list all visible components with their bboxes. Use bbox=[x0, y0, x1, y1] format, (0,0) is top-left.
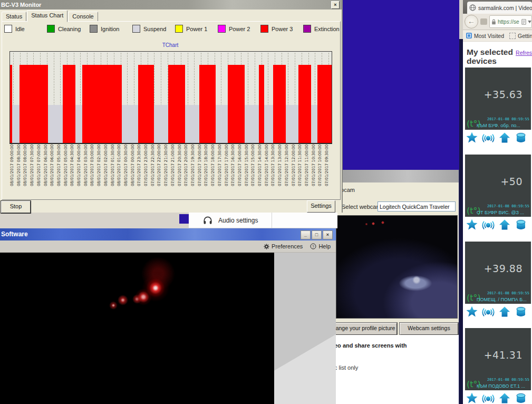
x-axis-tick-label: 07/01/2017 22:30:00 bbox=[150, 145, 157, 195]
change-profile-picture-button[interactable]: ange your profile picture bbox=[334, 323, 397, 335]
chart-gridline bbox=[161, 53, 161, 106]
getting-started-icon bbox=[509, 33, 516, 39]
device-label: ПОМЕЩ. / ПОМПА Б... bbox=[477, 297, 530, 302]
x-axis-tick-label: 08/01/2017 05:30:00 bbox=[56, 145, 63, 195]
storage-cylinder-icon[interactable] bbox=[515, 305, 527, 318]
contact-list-option[interactable]: c list only bbox=[334, 364, 358, 371]
x-axis-tick-label: 07/01/2017 23:00:00 bbox=[143, 145, 150, 195]
x-axis-tick-label: 08/01/2017 00:00:00 bbox=[130, 145, 137, 195]
legend-color-swatch bbox=[47, 25, 55, 33]
tab-status-chart[interactable]: Status Chart bbox=[27, 10, 67, 22]
favorite-star-icon[interactable] bbox=[466, 305, 478, 318]
bookmarks-bar: Most Visited Getting Start bbox=[463, 30, 532, 42]
desktop-gap bbox=[179, 214, 189, 224]
software-window-titlebar[interactable]: Software bbox=[0, 228, 336, 241]
x-axis-tick-label: 07/01/2017 20:30:00 bbox=[177, 145, 184, 195]
x-axis-tick-label: 08/01/2017 03:00:00 bbox=[90, 145, 96, 195]
preferences-menu[interactable]: Preferences bbox=[264, 243, 303, 249]
x-axis-tick-label: 07/01/2017 12:00:00 bbox=[291, 145, 298, 195]
tab-console[interactable]: Console bbox=[68, 12, 98, 22]
x-axis-tick-label: 07/01/2017 21:30:00 bbox=[163, 145, 170, 195]
legend-label: Power 2 bbox=[229, 26, 250, 32]
stop-button[interactable]: Stop bbox=[1, 201, 31, 213]
device-action-icons bbox=[466, 305, 527, 319]
legend-label: Power 1 bbox=[186, 26, 207, 32]
broadcast-icon[interactable] bbox=[482, 305, 495, 318]
legend-label: Idle bbox=[15, 26, 25, 32]
most-visited-icon bbox=[466, 33, 472, 39]
settings-button[interactable]: Settings bbox=[307, 200, 335, 213]
x-axis-tick-label: 07/01/2017 18:00:00 bbox=[210, 145, 217, 195]
chart-gridline bbox=[134, 53, 134, 106]
share-settings-panel: eo and share screens with c list only bbox=[332, 335, 459, 404]
reader-mode-icon[interactable] bbox=[521, 19, 526, 25]
close-icon[interactable]: × bbox=[323, 230, 333, 239]
minimize-icon[interactable]: _ bbox=[301, 230, 311, 239]
legend-item-suspend: Suspend bbox=[132, 25, 175, 33]
legend-label: Suspend bbox=[143, 26, 166, 32]
webcam-select-dropdown[interactable]: Logitech QuickCam Traveler bbox=[378, 201, 456, 211]
legend-label: Cleaning bbox=[58, 26, 81, 32]
upload-arrow-icon[interactable] bbox=[498, 131, 511, 144]
close-icon[interactable]: × bbox=[331, 1, 340, 9]
software-window-title: Software bbox=[1, 230, 28, 238]
browser-tab-title: sarmalink.com | Video and bbox=[478, 5, 532, 11]
upload-arrow-icon[interactable] bbox=[498, 392, 511, 404]
dropdown-caret-icon[interactable] bbox=[528, 21, 531, 23]
chart-gridline bbox=[154, 53, 154, 106]
bookmark-getting-started[interactable]: Getting Start bbox=[518, 33, 532, 39]
x-axis-tick-label: 07/01/2017 21:00:00 bbox=[170, 145, 177, 195]
refresh-link[interactable]: Refres bbox=[516, 50, 532, 56]
status-chart-plot bbox=[9, 51, 332, 144]
webcam-window-titlebar[interactable] bbox=[332, 170, 459, 182]
address-bar[interactable]: https://se bbox=[489, 15, 532, 28]
x-axis-tick-label: 07/01/2017 13:30:00 bbox=[270, 145, 277, 195]
storage-cylinder-icon[interactable] bbox=[515, 392, 527, 404]
power3-bar bbox=[199, 65, 216, 143]
monitor-window-titlebar[interactable]: BC-V3 Monitor bbox=[0, 0, 342, 9]
webcam-settings-button[interactable]: Webcam settings bbox=[400, 323, 458, 335]
legend-label: Power 3 bbox=[272, 26, 293, 32]
headphones-icon bbox=[202, 215, 213, 226]
upload-arrow-icon[interactable] bbox=[498, 218, 511, 231]
device-timestamp: 2017-01-08 08:59:55 bbox=[487, 291, 529, 295]
desktop: ebcam Select webcam: Logitech QuickCam T… bbox=[0, 0, 532, 404]
broadcast-icon[interactable] bbox=[482, 392, 495, 404]
device-label: КЪМ БУФ. обр. по... bbox=[477, 123, 530, 128]
broadcast-icon[interactable] bbox=[482, 218, 495, 231]
device-action-icons bbox=[466, 131, 527, 145]
gear-icon bbox=[264, 244, 269, 249]
favorite-star-icon[interactable] bbox=[466, 131, 478, 144]
chart-gridline bbox=[60, 53, 61, 106]
broadcast-icon[interactable] bbox=[482, 131, 495, 144]
storage-cylinder-icon[interactable] bbox=[515, 131, 527, 144]
background-strip bbox=[0, 213, 189, 228]
webcam-settings-window: ebcam Select webcam: Logitech QuickCam T… bbox=[332, 170, 460, 404]
power3-bar bbox=[168, 65, 185, 143]
x-axis-tick-label: 08/01/2017 07:30:00 bbox=[30, 145, 36, 195]
help-menu[interactable]: ? Help bbox=[310, 243, 331, 249]
legend-color-swatch bbox=[4, 25, 12, 33]
favorite-star-icon[interactable] bbox=[466, 218, 478, 231]
upload-arrow-icon[interactable] bbox=[498, 305, 511, 318]
power3-bar bbox=[20, 65, 48, 143]
x-axis-tick-label: 08/01/2017 01:30:00 bbox=[110, 145, 117, 195]
x-axis-tick-label: 07/01/2017 19:30:00 bbox=[190, 145, 197, 195]
power3-bar bbox=[138, 65, 153, 143]
power3-bar bbox=[273, 65, 286, 143]
tab-status[interactable]: Status bbox=[2, 12, 26, 22]
bookmark-most-visited[interactable]: Most Visited bbox=[474, 33, 504, 39]
device-timestamp: 2017-01-08 08:59:55 bbox=[487, 204, 529, 208]
x-axis-tick-label: 07/01/2017 10:00:00 bbox=[317, 145, 324, 195]
power3-bar bbox=[10, 65, 12, 143]
favorite-star-icon[interactable] bbox=[466, 392, 478, 404]
browser-tab[interactable]: sarmalink.com | Video and bbox=[467, 2, 532, 14]
maximize-icon[interactable]: □ bbox=[312, 230, 322, 239]
audio-settings-bar[interactable]: Audio settings bbox=[189, 213, 337, 228]
chart-x-axis-labels: 08/01/2017 09:00:0008/01/2017 08:30:0008… bbox=[9, 145, 331, 195]
forward-icon[interactable] bbox=[480, 18, 487, 25]
x-axis-tick-label: 07/01/2017 17:00:00 bbox=[224, 145, 231, 195]
back-icon[interactable]: ← bbox=[465, 15, 478, 28]
software-window: Software _ □ × Preferences bbox=[0, 228, 336, 404]
storage-cylinder-icon[interactable] bbox=[515, 218, 527, 231]
